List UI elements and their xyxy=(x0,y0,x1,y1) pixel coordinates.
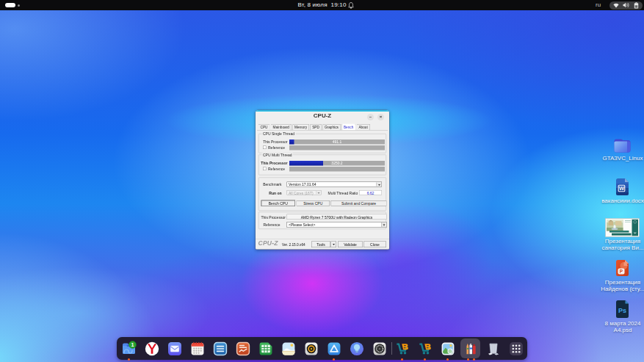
svg-text:Ps: Ps xyxy=(618,307,626,314)
svg-text:P: P xyxy=(620,269,623,274)
svg-text:1: 1 xyxy=(131,342,134,347)
svg-text:W: W xyxy=(619,185,625,192)
